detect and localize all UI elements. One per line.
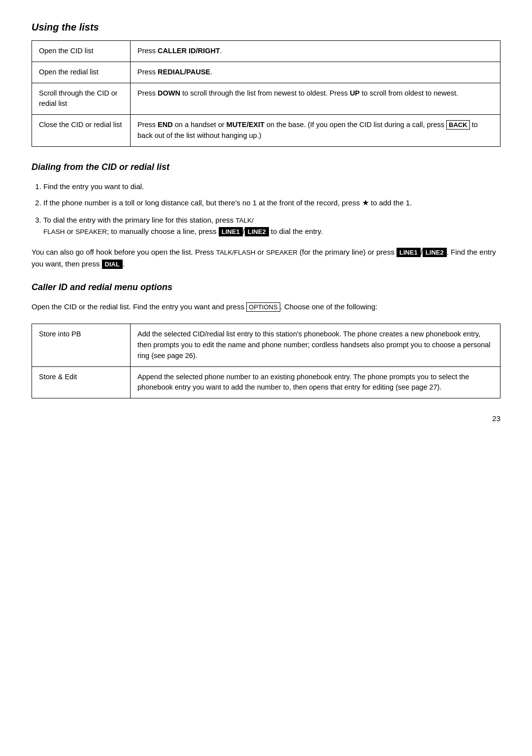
caller-id-intro: Open the CID or the redial list. Find th… (32, 301, 500, 313)
action-cell: Close the CID or redial list (32, 115, 131, 147)
using-lists-title: Using the lists (32, 20, 500, 34)
dialing-steps-list: Find the entry you want to dial. If the … (43, 181, 500, 238)
instruction-cell: Add the selected CID/redial list entry t… (131, 324, 500, 366)
instruction-cell: Append the selected phone number to an e… (131, 366, 500, 398)
instruction-cell: Press REDIAL/PAUSE. (131, 62, 500, 83)
list-item: To dial the entry with the primary line … (43, 214, 500, 238)
caller-id-table: Store into PB Add the selected CID/redia… (32, 324, 500, 398)
table-row: Open the redial list Press REDIAL/PAUSE. (32, 62, 500, 83)
table-row: Close the CID or redial list Press END o… (32, 115, 500, 147)
dialing-title: Dialing from the CID or redial list (32, 161, 500, 174)
caller-id-section: Caller ID and redial menu options Open t… (32, 281, 500, 398)
using-lists-section: Using the lists Open the CID list Press … (32, 20, 500, 147)
dialing-section: Dialing from the CID or redial list Find… (32, 161, 500, 270)
dialing-paragraph: You can also go off hook before you open… (32, 246, 500, 270)
instruction-cell: Press CALLER ID/RIGHT. (131, 41, 500, 62)
table-row: Store & Edit Append the selected phone n… (32, 366, 500, 398)
table-row: Store into PB Add the selected CID/redia… (32, 324, 500, 366)
action-cell: Scroll through the CID or redial list (32, 83, 131, 115)
using-lists-table: Open the CID list Press CALLER ID/RIGHT.… (32, 40, 500, 147)
action-cell: Open the redial list (32, 62, 131, 83)
list-item: Find the entry you want to dial. (43, 181, 500, 192)
action-cell: Store & Edit (32, 366, 131, 398)
table-row: Scroll through the CID or redial list Pr… (32, 83, 500, 115)
instruction-cell: Press END on a handset or MUTE/EXIT on t… (131, 115, 500, 147)
instruction-cell: Press DOWN to scroll through the list fr… (131, 83, 500, 115)
caller-id-title: Caller ID and redial menu options (32, 281, 500, 294)
action-cell: Open the CID list (32, 41, 131, 62)
page-number: 23 (32, 413, 500, 425)
list-item: If the phone number is a toll or long di… (43, 197, 500, 209)
table-row: Open the CID list Press CALLER ID/RIGHT. (32, 41, 500, 62)
action-cell: Store into PB (32, 324, 131, 366)
